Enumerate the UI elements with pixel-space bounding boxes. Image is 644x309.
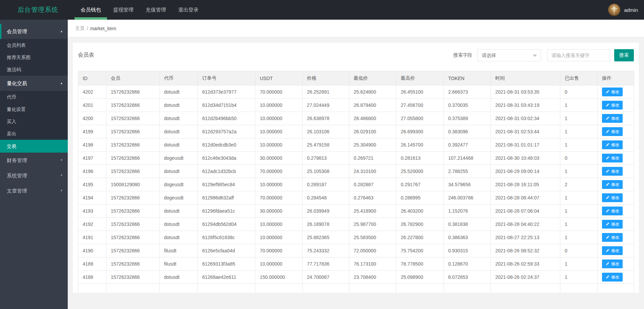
sidebar-item-buy[interactable]: 买入	[0, 115, 68, 128]
table-cell: 15726232866	[106, 138, 160, 152]
search-button[interactable]: 搜索	[614, 49, 634, 61]
table-cell: 61294db562d04	[198, 218, 255, 231]
edit-button[interactable]: 修改	[602, 127, 623, 136]
sidebar-item-referral-graph[interactable]: 推荐关系图	[0, 51, 68, 63]
table-cell: 15726232866	[106, 191, 160, 205]
edit-button[interactable]: 修改	[602, 180, 623, 189]
sidebar-section-article[interactable]: 文章管理 ▼	[0, 183, 68, 198]
edit-button[interactable]: 修改	[602, 154, 623, 162]
table-cell: 27.024449	[303, 99, 349, 112]
sidebar-section-quant-trading[interactable]: 量化交易 ▲	[0, 76, 68, 91]
sidebar-item-quant-settings[interactable]: 量化设置	[0, 103, 68, 115]
table-cell: 4199	[78, 125, 106, 138]
col-header-sold: 已出售	[560, 71, 598, 85]
nav-tab-member-wallet[interactable]: 会员钱包	[75, 0, 107, 20]
edit-button[interactable]: 修改	[602, 167, 623, 176]
edit-button[interactable]: 修改	[602, 259, 623, 268]
table-cell: 612d2b496bb50	[198, 112, 255, 125]
table-cell: 6128f5c81838c	[198, 231, 255, 244]
admin-page: 后台管理系统 会员钱包 提现管理 充值管理 退出登录 admin 会员管理	[0, 0, 644, 309]
table-cell: 34.579656	[444, 178, 491, 191]
table-cell: 23.708400	[349, 271, 396, 284]
table-cell: 15726232866	[106, 244, 160, 257]
sidebar-item-token[interactable]: 代币	[0, 91, 68, 103]
actions-cell: 修改	[598, 125, 634, 138]
table-cell: 10.000000	[255, 138, 303, 152]
edit-button[interactable]: 修改	[602, 101, 623, 110]
table-cell: 15726232866	[106, 99, 160, 112]
table-cell: 1	[560, 271, 598, 284]
nav-tab-logout[interactable]: 退出登录	[172, 0, 205, 20]
table-cell: 2	[560, 178, 598, 191]
main-content: 主页 / market_item 会员表 搜索字段 请选择 搜索	[68, 20, 644, 309]
pencil-icon	[605, 156, 609, 160]
sidebar-item-activation-code[interactable]: 激活码	[0, 63, 68, 76]
edit-button[interactable]: 修改	[602, 246, 623, 255]
sidebar-section-member-mgmt[interactable]: 会员管理 ▲	[0, 24, 68, 39]
username-label: admin	[624, 7, 638, 13]
table-cell: 4196	[78, 165, 106, 178]
sidebar-item-trade[interactable]: 交易	[0, 140, 68, 153]
chevron-down-icon: ▼	[60, 153, 63, 168]
table-cell: 4191	[78, 231, 106, 244]
table-cell: 26.252891	[303, 85, 349, 99]
edit-button[interactable]: 修改	[602, 273, 623, 282]
breadcrumb: 主页 / market_item	[68, 20, 644, 37]
table-cell: dotusdt	[160, 99, 198, 112]
sidebar-item-member-list[interactable]: 会员列表	[0, 39, 68, 51]
edit-button[interactable]: 修改	[602, 220, 623, 229]
pencil-icon	[605, 182, 609, 187]
user-menu[interactable]: admin	[608, 0, 644, 20]
col-header-order-no: 订单号	[198, 71, 255, 85]
table-cell: 4194	[78, 191, 106, 205]
pencil-icon	[605, 116, 609, 120]
panel-header: 会员表 搜索字段 请选择 搜索	[78, 43, 634, 63]
table-cell: 612d0edcdb3e0	[198, 138, 255, 152]
table-cell: 77.717836	[303, 257, 349, 271]
table-cell: 26.039949	[303, 205, 349, 218]
edit-button[interactable]: 修改	[602, 88, 623, 96]
nav-tab-withdraw[interactable]: 提现管理	[107, 0, 140, 20]
table-cell: 24.700087	[303, 271, 349, 284]
search-input[interactable]	[547, 49, 610, 61]
table-cell: filusdt	[160, 244, 198, 257]
avatar	[608, 4, 620, 16]
table-cell: 15726232866	[106, 231, 160, 244]
table-cell: 246.003786	[444, 191, 491, 205]
pencil-icon	[605, 249, 609, 253]
breadcrumb-home[interactable]: 主页	[75, 25, 85, 32]
table-cell: 1	[560, 112, 598, 125]
actions-cell: 修改	[598, 99, 634, 112]
edit-button[interactable]: 修改	[602, 114, 623, 123]
edit-button[interactable]: 修改	[602, 193, 623, 202]
table-cell: 0.269721	[349, 152, 396, 165]
pencil-icon	[605, 235, 609, 239]
table-cell: 70.000000	[255, 85, 303, 99]
search-field-select[interactable]: 请选择	[477, 49, 541, 61]
table-cell: 2021-08-30 10:48:03	[491, 152, 560, 165]
table-cell: 25.479158	[303, 138, 349, 152]
pencil-icon	[605, 262, 609, 266]
nav-tab-recharge[interactable]: 充值管理	[140, 0, 172, 20]
table-cell: 15726232866	[106, 257, 160, 271]
table-cell: 4195	[78, 178, 106, 191]
edit-button[interactable]: 修改	[602, 233, 623, 242]
table-cell: 4198	[78, 138, 106, 152]
table-cell: 0.375389	[444, 112, 491, 125]
table-row: 420015726232866dotusdt612d2b496bb5010.00…	[78, 112, 634, 125]
member-table-panel: 会员表 搜索字段 请选择 搜索	[73, 43, 639, 293]
table-cell: 4192	[78, 218, 106, 231]
table-cell: 0.930315	[444, 244, 491, 257]
sidebar-section-system[interactable]: 系统管理 ▼	[0, 168, 68, 183]
sidebar-item-sell[interactable]: 卖出	[0, 128, 68, 140]
table-cell: 2021-08-31 01:01:17	[491, 138, 560, 152]
table-cell: 0.392477	[444, 138, 491, 152]
chevron-down-icon: ▼	[60, 168, 63, 183]
edit-button[interactable]: 修改	[602, 140, 623, 149]
col-header-time: 时间	[491, 71, 560, 85]
table-cell: 70.000000	[255, 191, 303, 205]
table-row: 419715726232866dogeusdt612c46e3043da30.0…	[78, 152, 634, 165]
sidebar-section-finance[interactable]: 财务管理 ▼	[0, 153, 68, 168]
edit-button[interactable]: 修改	[602, 207, 623, 215]
table-cell: 107.214468	[444, 152, 491, 165]
